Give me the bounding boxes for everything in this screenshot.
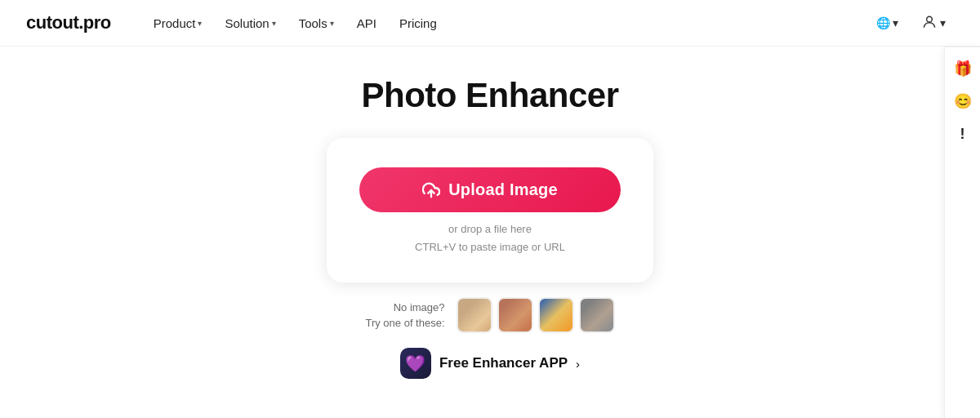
nav-item-solution[interactable]: Solution ▾ bbox=[215, 11, 285, 35]
drop-hint-line2: CTRL+V to paste image or URL bbox=[415, 238, 565, 256]
user-chevron-icon: ▾ bbox=[940, 16, 946, 29]
page-title: Photo Enhancer bbox=[361, 76, 618, 115]
app-banner[interactable]: 💜 Free Enhancer APP › bbox=[400, 348, 580, 379]
main-nav: Product ▾ Solution ▾ Tools ▾ API Pricing bbox=[144, 11, 868, 35]
sample-image-1[interactable] bbox=[457, 297, 492, 333]
chevron-down-icon: ▾ bbox=[330, 19, 334, 28]
language-chevron-icon: ▾ bbox=[893, 16, 898, 29]
nav-api-label: API bbox=[357, 16, 376, 30]
drop-hint-line1: or drop a file here bbox=[415, 220, 565, 238]
drop-hint: or drop a file here CTRL+V to paste imag… bbox=[415, 220, 565, 256]
alert-icon: ! bbox=[960, 126, 965, 143]
sidebar-face-button[interactable]: 😊 bbox=[948, 87, 978, 116]
sample-images bbox=[457, 297, 615, 333]
sample-image-4[interactable] bbox=[579, 297, 615, 333]
chevron-down-icon: ▾ bbox=[198, 19, 202, 28]
nav-tools-label: Tools bbox=[299, 16, 327, 30]
nav-item-tools[interactable]: Tools ▾ bbox=[289, 11, 344, 35]
upload-image-button[interactable]: Upload Image bbox=[359, 167, 621, 212]
sidebar-alert-button[interactable]: ! bbox=[948, 119, 978, 149]
app-icon: 💜 bbox=[400, 348, 431, 379]
nav-solution-label: Solution bbox=[225, 16, 269, 30]
logo[interactable]: cutout.pro bbox=[26, 12, 111, 33]
sample-row: No image? Try one of these: bbox=[365, 297, 614, 333]
app-banner-label: Free Enhancer APP bbox=[439, 355, 568, 371]
language-icon: 🌐 bbox=[876, 16, 890, 29]
gift-icon: 🎁 bbox=[954, 60, 972, 78]
user-icon bbox=[921, 14, 938, 33]
nav-product-label: Product bbox=[154, 16, 196, 30]
chevron-down-icon: ▾ bbox=[272, 19, 276, 28]
header: cutout.pro Product ▾ Solution ▾ Tools ▾ … bbox=[0, 0, 980, 47]
upload-icon bbox=[422, 181, 440, 199]
upload-button-label: Upload Image bbox=[448, 180, 558, 199]
language-selector[interactable]: 🌐 ▾ bbox=[868, 11, 906, 34]
app-banner-arrow-icon: › bbox=[576, 357, 580, 371]
nav-item-product[interactable]: Product ▾ bbox=[144, 11, 212, 35]
svg-point-0 bbox=[927, 16, 933, 22]
sample-label-line2: Try one of these: bbox=[365, 315, 444, 331]
sample-image-2[interactable] bbox=[497, 297, 533, 333]
floating-sidebar: 🎁 😊 ! bbox=[944, 47, 980, 418]
main-content: Photo Enhancer Upload Image or drop a fi… bbox=[0, 47, 980, 379]
user-menu[interactable]: ▾ bbox=[913, 9, 954, 38]
sample-label: No image? Try one of these: bbox=[365, 300, 444, 331]
nav-item-api[interactable]: API bbox=[347, 11, 386, 35]
nav-pricing-label: Pricing bbox=[399, 16, 437, 30]
nav-item-pricing[interactable]: Pricing bbox=[390, 11, 447, 35]
sidebar-gift-button[interactable]: 🎁 bbox=[948, 54, 978, 83]
sample-image-3[interactable] bbox=[538, 297, 574, 333]
sample-label-line1: No image? bbox=[365, 300, 444, 316]
upload-card: Upload Image or drop a file here CTRL+V … bbox=[327, 138, 653, 282]
face-icon: 😊 bbox=[954, 92, 972, 110]
header-right: 🌐 ▾ ▾ bbox=[868, 9, 954, 38]
